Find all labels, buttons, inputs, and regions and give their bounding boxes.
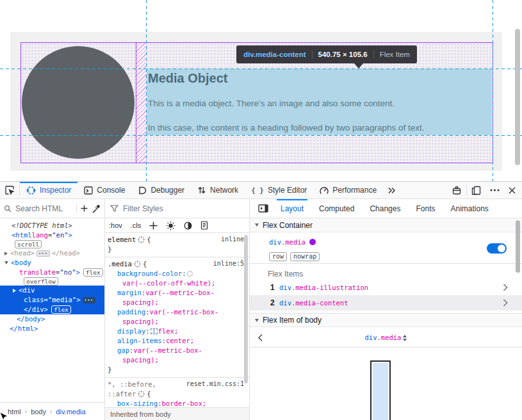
node-picker-button[interactable]	[0, 182, 19, 198]
page-heading: Media Object	[148, 71, 227, 86]
chevron-right-icon[interactable]	[503, 299, 508, 307]
page-scrollbar-thumb[interactable]	[515, 29, 520, 165]
chevron-double-right-icon	[387, 187, 396, 194]
close-devtools-button[interactable]	[504, 182, 522, 198]
pseudo-class-toggle[interactable]: :hov	[109, 222, 122, 229]
rule-source-link[interactable]: inline	[221, 236, 244, 243]
flex-gap-hatch	[136, 43, 147, 163]
flex-item-row[interactable]: 2div.media-content	[250, 295, 522, 311]
markup-line[interactable]: </html>	[0, 324, 104, 334]
flex-item-selector: div.media-content	[279, 299, 348, 307]
dark-scheme-icon[interactable]	[184, 222, 192, 230]
css-declaration[interactable]: spacing);	[108, 355, 249, 365]
chevron-right-icon[interactable]	[503, 284, 508, 291]
filter-styles-input[interactable]: Filter Styles	[123, 204, 163, 213]
flex-container-selector[interactable]: div.media	[269, 238, 316, 246]
markup-badge[interactable]: overflow	[24, 277, 58, 286]
print-media-icon[interactable]	[200, 221, 208, 230]
flex-wrap-badge: nowrap	[290, 252, 320, 261]
flex-highlighter-toggle[interactable]	[487, 243, 507, 254]
breadcrumb-item-body[interactable]: body	[31, 408, 46, 416]
css-declaration[interactable]: margin: var(--metric-box-	[108, 288, 249, 298]
css-declaration[interactable]: box-sizing: border-box;	[108, 399, 249, 407]
add-node-icon[interactable]	[81, 205, 88, 212]
console-icon	[84, 186, 93, 195]
breadcrumb-item-html[interactable]: html	[8, 408, 21, 416]
css-rule[interactable]: *, ::before,reset.min.css:1::after {box-…	[105, 378, 249, 407]
tab-changes[interactable]: Changes	[362, 199, 408, 218]
overlay-color-swatch[interactable]	[309, 239, 316, 245]
sidebar-toggle-icon	[258, 204, 268, 213]
selector-highlighter-icon[interactable]	[134, 261, 141, 268]
more-tabs-button[interactable]	[383, 182, 400, 198]
css-declaration[interactable]: spacing);	[108, 298, 249, 307]
tab-computed[interactable]: Computed	[311, 199, 362, 218]
markup-line[interactable]: scroll	[0, 240, 104, 248]
add-rule-icon[interactable]	[149, 222, 158, 230]
search-input[interactable]: Search HTML	[15, 204, 72, 213]
tab-inspector[interactable]: Inspector	[20, 182, 77, 198]
markup-line[interactable]: </body>	[0, 314, 104, 324]
rule-source-link[interactable]: inline:5	[213, 260, 244, 267]
tab-debugger[interactable]: Debugger	[131, 182, 191, 198]
flex-items-list: 1div.media-illustration2div.media-conten…	[250, 280, 522, 311]
css-declaration[interactable]: var(--color-off-white);	[108, 279, 249, 288]
css-rule[interactable]: .media {inline:5background-color: var(--…	[105, 257, 249, 378]
markup-line[interactable]: overflow	[0, 277, 104, 286]
css-declaration[interactable]: display: flex;	[108, 327, 249, 336]
css-declaration[interactable]: align-items: center;	[108, 336, 249, 346]
meatball-menu-icon	[490, 189, 500, 191]
selector-highlighter-icon[interactable]	[138, 391, 145, 398]
flex-item-selector-dropdown[interactable]: div.media	[250, 334, 522, 341]
tab-style-editor[interactable]: { } Style Editor	[245, 182, 313, 198]
flex-display-icon[interactable]	[151, 328, 158, 334]
section-title: Flex Container	[263, 221, 313, 230]
css-declaration[interactable]: spacing);	[108, 317, 249, 327]
color-swatch[interactable]	[187, 271, 193, 277]
collapsed-content-badge: •••	[83, 297, 96, 303]
class-toggle[interactable]: .cls	[131, 222, 142, 229]
eyedropper-icon[interactable]	[92, 204, 101, 213]
css-declaration[interactable]: gap: var(--metric-box-	[108, 346, 249, 355]
tab-layout[interactable]: Layout	[273, 199, 311, 218]
iframe-picker-button[interactable]	[447, 182, 466, 198]
tab-performance[interactable]: Performance	[313, 182, 383, 198]
layout-panel: Flex Container div.media row nowrap Flex…	[250, 218, 522, 420]
css-rule[interactable]: element {inline}	[105, 233, 249, 257]
tab-animations[interactable]: Animations	[443, 199, 496, 218]
markup-line[interactable]: <head>•••</head>	[0, 248, 104, 258]
markup-line[interactable]: <div	[0, 286, 104, 295]
tab-fonts[interactable]: Fonts	[408, 199, 443, 218]
markup-line[interactable]: translate="no">flex	[0, 268, 104, 277]
markup-line[interactable]: <!DOCTYPE html>	[0, 221, 104, 230]
infobar-flex-label: Flex Item	[380, 51, 410, 58]
markup-line[interactable]: </div>flex	[0, 305, 104, 314]
flex-container-section-header[interactable]: Flex Container	[250, 218, 522, 232]
breadcrumb-item-div-media[interactable]: div.media	[56, 408, 85, 416]
styles-scrollbar-thumb[interactable]	[244, 235, 248, 384]
tab-network[interactable]: Network	[191, 182, 245, 198]
css-declaration[interactable]: background-color:	[108, 269, 249, 279]
selector-highlighter-icon[interactable]	[138, 236, 145, 243]
debugger-icon	[138, 186, 147, 195]
markup-tree[interactable]: <!DOCTYPE html><html lang="en">scroll<he…	[0, 218, 104, 402]
markup-badge[interactable]: flex	[83, 268, 103, 277]
breadcrumb: html › body › div.media	[0, 402, 104, 420]
markup-line[interactable]: <body	[0, 258, 104, 268]
markup-badge[interactable]: flex	[51, 305, 71, 314]
responsive-design-mode-button[interactable]	[467, 182, 485, 198]
layout-scrollbar-thumb[interactable]	[516, 220, 520, 273]
css-rules-view[interactable]: element {inline}.media {inline:5backgrou…	[105, 233, 249, 407]
rule-source-link[interactable]: reset.min.css:1	[186, 380, 244, 387]
css-declaration[interactable]: padding: var(--metric-box-	[108, 307, 249, 317]
flex-item-row[interactable]: 1div.media-illustration	[250, 280, 522, 295]
sidebar-toggle-button[interactable]	[254, 204, 273, 213]
node-picker-icon	[4, 185, 15, 195]
devtools-menu-button[interactable]	[485, 182, 504, 198]
markup-line[interactable]: class="media">•••	[0, 295, 104, 305]
tab-console[interactable]: Console	[77, 182, 131, 198]
light-scheme-icon[interactable]	[166, 221, 175, 230]
markup-line[interactable]: <html lang="en">	[0, 230, 104, 240]
flex-item-of-body-header[interactable]: Flex Item of body	[250, 313, 522, 327]
markup-badge[interactable]: scroll	[15, 240, 42, 248]
